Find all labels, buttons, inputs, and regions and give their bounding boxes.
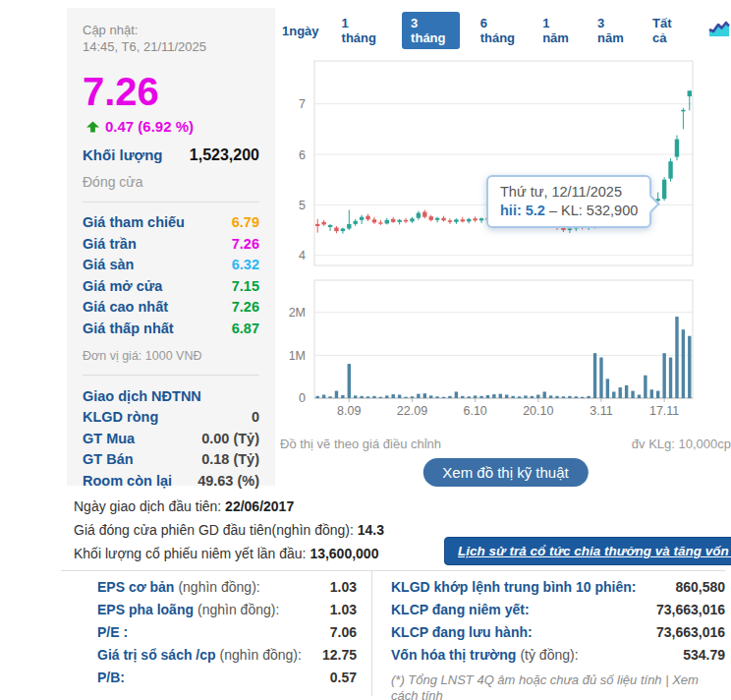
price-row: Giá sàn 6.32 bbox=[83, 255, 259, 276]
svg-text:0: 0 bbox=[299, 391, 306, 405]
fundamental-name: Vốn hóa thị trường bbox=[391, 644, 516, 667]
tooltip-ticker: hii: bbox=[500, 203, 522, 218]
fundamental-value: 73,663,016 bbox=[656, 621, 725, 644]
fundamental-suffix: (nghìn đồng): bbox=[220, 644, 302, 667]
price-row: Giá mở cửa 7.15 bbox=[83, 276, 259, 298]
price-row-label: Giá cao nhất bbox=[83, 297, 168, 319]
foreign-row-value: 0 bbox=[252, 407, 259, 429]
price-row-label: Giá sàn bbox=[83, 255, 134, 276]
price-row-value: 7.26 bbox=[232, 297, 259, 319]
svg-text:6: 6 bbox=[299, 148, 306, 162]
adjusted-price-note: Đồ thị vẽ theo giá điều chỉnh bbox=[280, 437, 441, 451]
tooltip-volume: – KL: 532,900 bbox=[549, 203, 638, 218]
range-tab[interactable]: 1 tháng bbox=[340, 12, 384, 49]
foreign-row: GT Mua 0.00 (Tỷ) bbox=[83, 429, 259, 450]
eps-footnote: (*) Tổng LNST 4Q âm hoặc chưa đủ số liệu… bbox=[391, 672, 725, 700]
fundamental-value: 0.57 bbox=[330, 667, 357, 689]
price-change-row: 0.47 (6.92 %) bbox=[86, 118, 259, 135]
listing-info-value: 22/06/2017 bbox=[225, 498, 294, 514]
range-tab[interactable]: Tất cả bbox=[650, 12, 687, 49]
svg-text:20.10: 20.10 bbox=[523, 404, 553, 418]
divider bbox=[371, 570, 372, 696]
price-row-label: Giá mở cửa bbox=[83, 276, 162, 298]
quote-panel: Cập nhật: 14:45, T6, 21/11/2025 7.26 0.4… bbox=[67, 8, 275, 486]
price-row: Giá thấp nhất 6.87 bbox=[83, 319, 259, 340]
svg-text:4: 4 bbox=[299, 249, 306, 262]
price-row: Giá tham chiếu 6.79 bbox=[83, 212, 259, 234]
svg-text:2M: 2M bbox=[289, 306, 306, 320]
fundamental-row: (*) EPS pha loãng (nghìn đồng): 1.03 bbox=[74, 599, 357, 621]
price-unit-note: Đơn vị giá: 1000 VNĐ bbox=[83, 349, 259, 363]
listing-info-value: 13,600,000 bbox=[309, 546, 378, 561]
fundamental-row: KLGD khớp lệnh trung bình 10 phiên: 860,… bbox=[391, 576, 725, 599]
foreign-row-value: 49.63 (%) bbox=[197, 471, 259, 493]
svg-text:1M: 1M bbox=[289, 349, 306, 363]
chart-area: 1ngày1 tháng3 tháng6 tháng1 năm3 nămTất … bbox=[280, 10, 731, 501]
listing-info-label: Ngày giao dịch đầu tiên: bbox=[74, 498, 221, 514]
fundamental-value: 1.03 bbox=[330, 576, 357, 599]
up-arrow-icon bbox=[86, 121, 99, 133]
volume-unit-note: đv KLg: 10,000cp bbox=[632, 437, 731, 451]
fundamental-value: 12.75 bbox=[322, 644, 357, 667]
tooltip-price: 5.2 bbox=[526, 203, 545, 218]
fundamental-name: EPS pha loãng bbox=[97, 599, 194, 621]
price-row-value: 6.87 bbox=[232, 319, 259, 340]
svg-text:17.11: 17.11 bbox=[649, 404, 679, 418]
volume-chart[interactable]: 1M2M08.0922.096.1020.103.1117.11 bbox=[280, 274, 731, 424]
fundamental-name: KLGD khớp lệnh trung bình 10 phiên: bbox=[391, 576, 637, 599]
divider bbox=[83, 202, 259, 203]
price-row-value: 6.79 bbox=[232, 212, 259, 234]
fundamentals-left: (*) EPS cơ bản (nghìn đồng): 1.03 (*) EP… bbox=[74, 576, 357, 689]
price-row: Giá cao nhất 7.26 bbox=[83, 297, 259, 319]
svg-text:6.10: 6.10 bbox=[463, 404, 486, 418]
price-change: 0.47 (6.92 %) bbox=[105, 118, 194, 135]
foreign-row-label: GT Mua bbox=[83, 429, 135, 450]
close-note: Đóng cửa bbox=[83, 174, 259, 190]
svg-text:7: 7 bbox=[299, 97, 306, 111]
fundamentals-right-rows: KLGD khớp lệnh trung bình 10 phiên: 860,… bbox=[391, 576, 725, 667]
divider bbox=[83, 375, 259, 376]
dividend-history-button[interactable]: Lịch sử trả cổ tức chia thưởng và tăng v… bbox=[444, 537, 731, 565]
listing-info-value: 14.3 bbox=[358, 522, 384, 538]
fundamental-suffix: (nghìn đồng): bbox=[197, 599, 279, 621]
fundamental-value: 860,580 bbox=[675, 576, 725, 599]
update-datetime: 14:45, T6, 21/11/2025 bbox=[83, 38, 259, 55]
foreign-row-value: 0.00 (Tỷ) bbox=[201, 429, 259, 450]
fundamental-name: P/B: bbox=[97, 667, 125, 689]
foreign-row: GT Bán 0.18 (Tỷ) bbox=[83, 449, 259, 471]
price-row-value: 6.32 bbox=[232, 255, 259, 276]
fundamental-value: 7.06 bbox=[330, 621, 357, 644]
fundamental-name: KLCP đang lưu hành: bbox=[391, 621, 533, 644]
fundamental-suffix: (nghìn đồng): bbox=[178, 576, 259, 599]
foreign-row-label: KLGD ròng bbox=[83, 407, 158, 429]
fundamental-row: KLCP đang lưu hành: 73,663,016 bbox=[391, 621, 725, 644]
price-row-value: 7.15 bbox=[232, 276, 259, 298]
fundamental-row: (*) Giá trị sổ sách /cp (nghìn đồng): 12… bbox=[74, 644, 357, 667]
range-tab[interactable]: 1 năm bbox=[540, 12, 577, 49]
range-tab[interactable]: 3 năm bbox=[595, 12, 632, 49]
price-row-label: Giá tham chiếu bbox=[83, 212, 185, 234]
listing-info-line: Giá đóng cửa phiên GD đầu tiên(nghìn đồn… bbox=[74, 518, 384, 542]
technical-chart-button[interactable]: Xem đồ thị kỹ thuật bbox=[422, 458, 588, 487]
range-tab[interactable]: 3 tháng bbox=[402, 12, 460, 49]
price-row-label: Giá thấp nhất bbox=[83, 319, 174, 340]
price-row-value: 7.26 bbox=[232, 234, 259, 256]
foreign-row-label: Room còn lại bbox=[83, 471, 172, 493]
area-chart-icon[interactable] bbox=[707, 20, 731, 42]
fundamental-row: (*) P/E : 7.06 bbox=[74, 621, 357, 644]
range-tab[interactable]: 1ngày bbox=[280, 20, 321, 42]
fundamental-suffix: (tỷ đồng): bbox=[520, 644, 578, 667]
fundamental-name: KLCP đang niêm yết: bbox=[391, 599, 530, 621]
stock-summary-page: Cập nhật: 14:45, T6, 21/11/2025 7.26 0.4… bbox=[0, 0, 731, 700]
listing-info: Ngày giao dịch đầu tiên: 22/06/2017 Giá … bbox=[74, 495, 384, 565]
fundamental-row: (*) P/B: 0.57 bbox=[74, 667, 357, 689]
range-tab[interactable]: 6 tháng bbox=[478, 12, 523, 49]
price-chart[interactable]: 4567 bbox=[280, 51, 731, 271]
listing-info-line: Khối lượng cổ phiếu niêm yết lần đầu: 13… bbox=[74, 542, 384, 565]
fundamental-value: 1.03 bbox=[330, 599, 357, 621]
volume-row: Khối lượng 1,523,200 bbox=[83, 146, 259, 164]
listing-info-label: Giá đóng cửa phiên GD đầu tiên(nghìn đồn… bbox=[74, 522, 354, 538]
range-tab-list: 1ngày1 tháng3 tháng6 tháng1 năm3 nămTất … bbox=[280, 12, 687, 49]
fundamental-name: EPS cơ bản bbox=[97, 576, 174, 599]
range-tabs: 1ngày1 tháng3 tháng6 tháng1 năm3 nămTất … bbox=[280, 12, 731, 49]
